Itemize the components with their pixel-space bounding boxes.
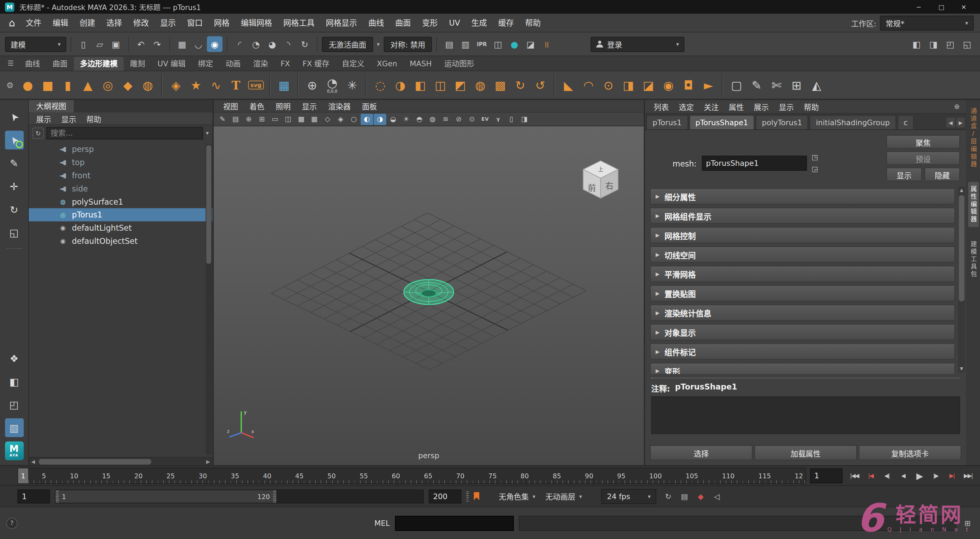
anim-layer-selector[interactable]: 无动画层 ▾ bbox=[543, 491, 585, 502]
render-shaderball-icon[interactable]: ● bbox=[507, 37, 522, 52]
menu-item[interactable]: 显示 bbox=[154, 14, 181, 32]
scale-tool[interactable]: ◱ bbox=[5, 223, 24, 242]
merge-vertices-icon[interactable]: ⊙ bbox=[599, 72, 618, 97]
wireframe-mode-icon[interactable]: ○ bbox=[348, 113, 360, 124]
shelf-sep-1[interactable] bbox=[161, 75, 162, 96]
go-to-start-button[interactable]: |◀◀ bbox=[846, 468, 862, 483]
animation-start-field[interactable] bbox=[18, 490, 50, 503]
multi-cut-icon[interactable]: ✄ bbox=[767, 72, 786, 97]
flip-icon[interactable]: ↺ bbox=[531, 72, 550, 97]
textured-mode-icon[interactable]: ◑ bbox=[374, 113, 387, 124]
booleans-icon[interactable]: ◧ bbox=[410, 72, 430, 97]
auto-keyframe-icon[interactable]: ◆ bbox=[694, 490, 708, 502]
layout-preset-icon[interactable]: ◱ bbox=[959, 37, 975, 52]
poly-sphere-icon[interactable]: ● bbox=[18, 72, 37, 97]
step-forward-frame-button[interactable]: |▶ bbox=[928, 468, 944, 483]
construction-history-icon[interactable]: ↻ bbox=[297, 37, 313, 52]
script-editor-icon[interactable]: ⊞ bbox=[961, 518, 974, 527]
step-back-key-button[interactable]: |◀ bbox=[862, 468, 879, 483]
attribute-section-header[interactable]: ▶ 切线空间 bbox=[650, 246, 955, 263]
fps-selector[interactable]: 24 fps ▾ bbox=[601, 489, 656, 504]
attribute-section-header[interactable]: ▶ 细分属性 bbox=[650, 188, 955, 205]
outliner-menu-item[interactable]: 显示 bbox=[56, 113, 81, 124]
snap-to-points-icon[interactable]: ◉ bbox=[207, 37, 223, 52]
attribute-editor-action-button[interactable]: 加载属性 bbox=[754, 445, 857, 460]
layout-two-pane-icon[interactable]: ◨ bbox=[926, 37, 941, 52]
shelf-tab[interactable]: FX bbox=[274, 57, 296, 71]
step-back-frame-button[interactable]: ◀| bbox=[879, 468, 895, 483]
occlusion-icon[interactable]: ◍ bbox=[426, 113, 439, 124]
pause-viewport-icon[interactable]: || bbox=[539, 37, 554, 52]
rotate-tool[interactable]: ↻ bbox=[5, 200, 24, 219]
list-input-operations-icon[interactable]: ◜ bbox=[232, 37, 247, 52]
attribute-editor-menu-item[interactable]: 帮助 bbox=[799, 101, 824, 112]
symmetry-field[interactable]: 对称: 禁用 bbox=[383, 37, 432, 51]
chamfer-vertex-icon[interactable]: ◪ bbox=[639, 72, 658, 97]
time-slider-track[interactable]: 1 51015202530354045505560657075808590951… bbox=[18, 467, 807, 484]
shelf-sep-5[interactable] bbox=[554, 75, 555, 96]
shelf-sep-3[interactable] bbox=[298, 75, 299, 96]
shelf-tab[interactable]: 动画 bbox=[220, 57, 247, 71]
grease-pencil-icon[interactable]: ✎ bbox=[216, 113, 229, 124]
poly-cube-icon[interactable]: ■ bbox=[38, 72, 57, 97]
spherical-projection-icon[interactable]: ◑ bbox=[391, 72, 410, 97]
attribute-editor-tab[interactable]: c bbox=[897, 115, 914, 129]
bevel-icon[interactable]: ◨ bbox=[619, 72, 638, 97]
undo-icon[interactable]: ↶ bbox=[133, 37, 149, 52]
freeze-transforms-icon[interactable]: ✳ bbox=[342, 72, 362, 97]
lights-icon[interactable]: ☀ bbox=[400, 113, 412, 124]
chevron-down-icon[interactable]: ▾ bbox=[206, 130, 208, 136]
attribute-editor-action-button[interactable]: 复制选项卡 bbox=[859, 445, 961, 460]
mirror-icon[interactable]: ↻ bbox=[511, 72, 530, 97]
output-connections-icon[interactable]: ◝ bbox=[281, 37, 296, 52]
quick-layout-split-button[interactable]: ◧ bbox=[5, 372, 24, 391]
panel-layout-button[interactable]: ▥ bbox=[5, 418, 24, 437]
render-sequence-icon[interactable]: ◫ bbox=[490, 37, 506, 52]
expand-attributes-icon[interactable]: ◲ bbox=[811, 165, 818, 173]
motion-blur-icon[interactable]: ≋ bbox=[439, 113, 452, 124]
xray-icon[interactable]: ⊘ bbox=[453, 113, 465, 124]
film-gate-icon[interactable]: ▭ bbox=[269, 113, 282, 124]
range-end-handle[interactable] bbox=[273, 490, 276, 502]
separate-icon[interactable]: ◩ bbox=[450, 72, 470, 97]
open-scene-icon[interactable]: ▱ bbox=[92, 37, 107, 52]
pin-icon[interactable]: ⊕ bbox=[951, 103, 963, 111]
marquee-frame-icon[interactable]: ▢ bbox=[727, 72, 746, 97]
field-chart-icon[interactable]: ▦ bbox=[308, 113, 321, 124]
redo-icon[interactable]: ↷ bbox=[150, 37, 165, 52]
playback-loop-icon[interactable]: ↻ bbox=[661, 490, 675, 502]
shelf-menu-icon[interactable]: ☰ bbox=[2, 57, 19, 71]
menu-item[interactable]: 文件 bbox=[20, 14, 47, 32]
step-forward-key-button[interactable]: ▶| bbox=[943, 468, 960, 483]
home-icon[interactable]: ⌂ bbox=[4, 17, 20, 29]
playback-range[interactable]: 1 120 bbox=[56, 490, 276, 502]
shelf-tab[interactable]: 曲面 bbox=[46, 57, 73, 71]
dock-tab-channel-box[interactable]: 通道盒/层编辑器 bbox=[968, 104, 978, 172]
attribute-editor-action-button[interactable]: 选择 bbox=[650, 445, 752, 460]
poly-helix-icon[interactable]: ∿ bbox=[206, 72, 226, 97]
range-slider-track[interactable]: 1 120 bbox=[55, 490, 424, 503]
attribute-editor-menu-item[interactable]: 选定 bbox=[674, 101, 698, 112]
gate-mask-icon[interactable]: ▩ bbox=[295, 113, 307, 124]
bookmark-icon[interactable] bbox=[474, 492, 479, 500]
attribute-editor-tab[interactable]: pTorusShape1 bbox=[689, 115, 754, 129]
dock-tab-attribute-editor[interactable]: 属性编辑器 bbox=[968, 182, 978, 227]
play-forwards-button[interactable]: ▶ bbox=[912, 468, 928, 483]
attribute-editor-menu-item[interactable]: 显示 bbox=[774, 101, 799, 112]
remesh-icon[interactable]: ▩ bbox=[491, 72, 510, 97]
help-line-field[interactable] bbox=[519, 515, 956, 530]
outliner-item-polysurface1[interactable]: ◍ polySurface1 bbox=[29, 195, 212, 208]
hide-button[interactable]: 隐藏 bbox=[924, 167, 960, 182]
scroll-up-icon[interactable]: ▲ bbox=[958, 188, 965, 193]
viewport-menu-item[interactable]: 渲染器 bbox=[323, 100, 356, 111]
range-grip-icon[interactable] bbox=[466, 491, 469, 501]
view-cube[interactable]: 上 前 右 bbox=[582, 160, 619, 199]
attribute-section-header[interactable]: ▶ 变形 bbox=[650, 363, 955, 374]
ptorus-mesh[interactable] bbox=[404, 279, 453, 305]
input-output-connections-icon[interactable]: ◕ bbox=[264, 37, 280, 52]
range-start-handle[interactable] bbox=[56, 490, 59, 502]
shelf-options-gear-icon[interactable]: ⚙ bbox=[2, 80, 18, 90]
poly-cone-icon[interactable]: ▲ bbox=[78, 72, 97, 97]
attribute-editor-scrollbar[interactable]: ▲ ▼ bbox=[958, 186, 965, 373]
move-to-origin-icon[interactable]: ◔ 0,0,0 bbox=[323, 72, 342, 97]
